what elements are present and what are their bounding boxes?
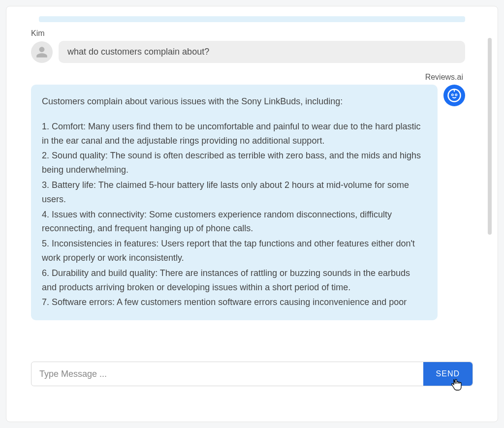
user-avatar <box>31 41 53 63</box>
message-input-bar: SEND <box>31 362 473 386</box>
svg-point-7 <box>453 89 455 91</box>
chat-window: Kim what do customers complain about? Re… <box>6 6 498 422</box>
scrollbar[interactable] <box>488 38 492 235</box>
bot-intro-text: Customers complain about various issues … <box>42 94 427 109</box>
bot-point: 2. Sound quality: The sound is often des… <box>42 149 427 177</box>
cursor-pointer-icon <box>450 378 463 392</box>
bot-point: 4. Issues with connectivity: Some custom… <box>42 208 427 236</box>
user-icon <box>35 46 48 59</box>
robot-icon <box>447 88 462 103</box>
svg-point-4 <box>452 94 453 95</box>
bot-name-label: Reviews.ai <box>31 73 465 82</box>
user-name-label: Kim <box>31 29 465 38</box>
send-button[interactable]: SEND <box>423 362 472 386</box>
bot-point: 7. Software errors: A few customers ment… <box>42 295 427 309</box>
bot-message-bubble: Customers complain about various issues … <box>31 85 438 320</box>
bot-avatar <box>443 85 465 106</box>
messages-area[interactable]: Kim what do customers complain about? Re… <box>31 16 473 363</box>
svg-point-5 <box>456 94 457 95</box>
bot-point: 5. Inconsistencies in features: Users re… <box>42 237 427 265</box>
bot-message-row: Customers complain about various issues … <box>31 85 465 320</box>
previous-message-fragment <box>39 16 465 22</box>
bot-point: 1. Comfort: Many users find them to be u… <box>42 120 427 148</box>
message-input[interactable] <box>32 362 423 386</box>
send-button-label: SEND <box>436 369 460 378</box>
user-message-bubble: what do customers complain about? <box>59 41 465 63</box>
user-message-row: what do customers complain about? <box>31 41 465 63</box>
bot-point: 3. Battery life: The claimed 5-hour batt… <box>42 178 427 207</box>
bot-point: 6. Durability and build quality: There a… <box>42 266 427 295</box>
